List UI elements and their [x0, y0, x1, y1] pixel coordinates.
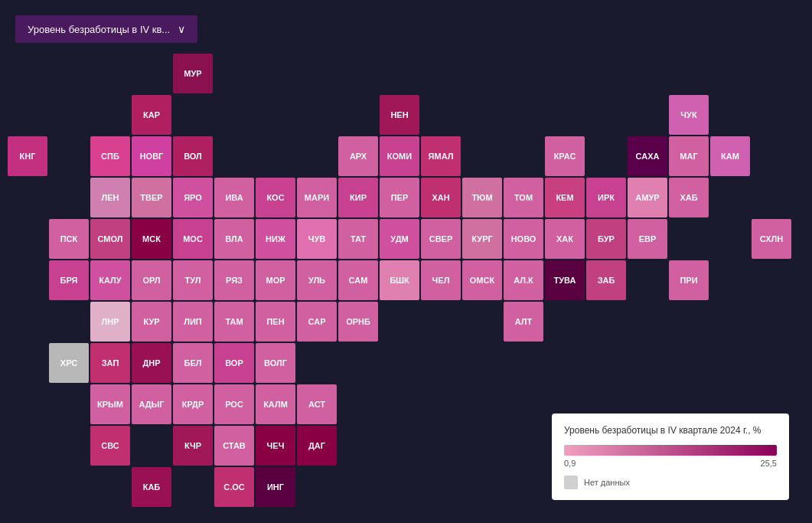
map-cell-СВЕР[interactable]: СВЕР	[421, 219, 461, 259]
map-cell-МОС[interactable]: МОС	[173, 219, 213, 259]
map-cell-ТУВА[interactable]: ТУВА	[545, 260, 585, 300]
map-cell-КОМИ[interactable]: КОМИ	[380, 136, 419, 176]
map-cell-ХАБ[interactable]: ХАБ	[669, 178, 709, 217]
map-cell-ЛНР[interactable]: ЛНР	[90, 302, 130, 342]
map-cell-ЗАП[interactable]: ЗАП	[90, 343, 130, 383]
map-cell-РЯЗ[interactable]: РЯЗ	[214, 260, 254, 300]
map-cell-КАЛМ[interactable]: КАЛМ	[256, 384, 295, 424]
map-cell-КУР[interactable]: КУР	[132, 302, 171, 342]
map-cell-АДЫГ[interactable]: АДЫГ	[132, 384, 171, 424]
map-cell-КЧР[interactable]: КЧР	[173, 426, 213, 466]
map-cell-КРАС[interactable]: КРАС	[545, 136, 585, 176]
map-cell-ПЕН[interactable]: ПЕН	[256, 302, 295, 342]
map-cell-ПЕР[interactable]: ПЕР	[380, 178, 419, 217]
map-cell-АЛТ[interactable]: АЛТ	[504, 302, 543, 342]
map-cell-РОС[interactable]: РОС	[214, 384, 254, 424]
map-cell-ЧУВ[interactable]: ЧУВ	[297, 219, 337, 259]
map-cell-КАР[interactable]: КАР	[132, 95, 171, 135]
legend-title: Уровень безработицы в IV квартале 2024 г…	[564, 424, 777, 437]
map-cell-АМУР[interactable]: АМУР	[628, 178, 667, 217]
map-cell-АЛ.К[interactable]: АЛ.К	[504, 260, 543, 300]
map-cell-КАЛУ[interactable]: КАЛУ	[90, 260, 130, 300]
map-cell-НЕН[interactable]: НЕН	[380, 95, 419, 135]
map-cell-МУР[interactable]: МУР	[173, 54, 213, 93]
map-cell-ОРНБ[interactable]: ОРНБ	[338, 302, 378, 342]
map-cell-СВС[interactable]: СВС	[90, 426, 130, 466]
map-cell-НОВО[interactable]: НОВО	[504, 219, 543, 259]
map-cell-МСК[interactable]: МСК	[132, 219, 171, 259]
map-cell-МАРИ[interactable]: МАРИ	[297, 178, 337, 217]
map-cell-МОР[interactable]: МОР	[256, 260, 295, 300]
map-cell-СХЛН[interactable]: СХЛН	[752, 219, 791, 259]
map-cell-ВЛА[interactable]: ВЛА	[214, 219, 254, 259]
map-cell-ЕВР[interactable]: ЕВР	[628, 219, 667, 259]
map-cell-ТОМ[interactable]: ТОМ	[504, 178, 543, 217]
map-cell-КРЫМ[interactable]: КРЫМ	[90, 384, 130, 424]
map-cell-НИЖ[interactable]: НИЖ	[256, 219, 295, 259]
map-cell-САМ[interactable]: САМ	[338, 260, 378, 300]
legend-max: 25,5	[761, 459, 777, 468]
map-cell-КОС[interactable]: КОС	[256, 178, 295, 217]
map-cell-ЧУК[interactable]: ЧУК	[669, 95, 709, 135]
map-cell-БРЯ[interactable]: БРЯ	[49, 260, 89, 300]
dropdown-button[interactable]: Уровень безработицы в IV кв... ∨	[15, 15, 197, 43]
map-cell-ПСК[interactable]: ПСК	[49, 219, 89, 259]
map-cell-КАМ[interactable]: КАМ	[710, 136, 750, 176]
map-cell-САХА[interactable]: САХА	[628, 136, 667, 176]
map-cell-БШК[interactable]: БШК	[380, 260, 419, 300]
map-cell-БУР[interactable]: БУР	[586, 219, 626, 259]
map-cell-ТАМ[interactable]: ТАМ	[214, 302, 254, 342]
map-cell-ХАН[interactable]: ХАН	[421, 178, 461, 217]
legend-no-data-label: Нет данных	[584, 478, 630, 487]
map-cell-ОМСК[interactable]: ОМСК	[462, 260, 502, 300]
map-cell-ТАТ[interactable]: ТАТ	[338, 219, 378, 259]
map-cell-ВОР[interactable]: ВОР	[214, 343, 254, 383]
map-cell-КАБ[interactable]: КАБ	[132, 467, 171, 507]
map-cell-ЗАБ[interactable]: ЗАБ	[586, 260, 626, 300]
map-cell-ВОЛ[interactable]: ВОЛ	[173, 136, 213, 176]
map-cell-НОВГ[interactable]: НОВГ	[132, 136, 171, 176]
map-cell-АРХ[interactable]: АРХ	[338, 136, 378, 176]
map-cell-ВОЛГ[interactable]: ВОЛГ	[256, 343, 295, 383]
legend-box: Уровень безработицы в IV квартале 2024 г…	[552, 413, 789, 500]
map-cell-ДНР[interactable]: ДНР	[132, 343, 171, 383]
map-cell-КНГ[interactable]: КНГ	[8, 136, 47, 176]
map-cell-ЯРО[interactable]: ЯРО	[173, 178, 213, 217]
legend-no-data: Нет данных	[564, 476, 777, 489]
map-cell-ТВЕР[interactable]: ТВЕР	[132, 178, 171, 217]
map-cell-КИР[interactable]: КИР	[338, 178, 378, 217]
legend-gradient	[564, 445, 777, 456]
legend-min: 0,9	[564, 459, 576, 468]
map-cell-ИВА[interactable]: ИВА	[214, 178, 254, 217]
map-cell-ХАК[interactable]: ХАК	[545, 219, 585, 259]
map-cell-ЛЕН[interactable]: ЛЕН	[90, 178, 130, 217]
map-cell-УЛЬ[interactable]: УЛЬ	[297, 260, 337, 300]
map-cell-ОРЛ[interactable]: ОРЛ	[132, 260, 171, 300]
map-cell-ЛИП[interactable]: ЛИП	[173, 302, 213, 342]
map-cell-ЧЕЧ[interactable]: ЧЕЧ	[256, 426, 295, 466]
map-cell-ТЮМ[interactable]: ТЮМ	[462, 178, 502, 217]
map-cell-АСТ[interactable]: АСТ	[297, 384, 337, 424]
legend-no-data-box	[564, 476, 578, 489]
map-cell-СПБ[interactable]: СПБ	[90, 136, 130, 176]
map-cell-ХРС[interactable]: ХРС	[49, 343, 89, 383]
map-cell-СМОЛ[interactable]: СМОЛ	[90, 219, 130, 259]
map-cell-ЧЕЛ[interactable]: ЧЕЛ	[421, 260, 461, 300]
map-cell-ДАГ[interactable]: ДАГ	[297, 426, 337, 466]
chevron-down-icon: ∨	[178, 23, 185, 35]
map-cell-С.ОС[interactable]: С.ОС	[214, 467, 254, 507]
dropdown-label: Уровень безработицы в IV кв...	[28, 24, 170, 35]
map-cell-МАГ[interactable]: МАГ	[669, 136, 709, 176]
map-cell-УДМ[interactable]: УДМ	[380, 219, 419, 259]
map-cell-КРДР[interactable]: КРДР	[173, 384, 213, 424]
map-cell-КУРГ[interactable]: КУРГ	[462, 219, 502, 259]
map-cell-ТУЛ[interactable]: ТУЛ	[173, 260, 213, 300]
map-cell-ПРИ[interactable]: ПРИ	[669, 260, 709, 300]
map-cell-БЕЛ[interactable]: БЕЛ	[173, 343, 213, 383]
map-cell-САР[interactable]: САР	[297, 302, 337, 342]
map-cell-КЕМ[interactable]: КЕМ	[545, 178, 585, 217]
map-cell-ИНГ[interactable]: ИНГ	[256, 467, 295, 507]
map-cell-СТАВ[interactable]: СТАВ	[214, 426, 254, 466]
map-cell-ЯМАЛ[interactable]: ЯМАЛ	[421, 136, 461, 176]
map-cell-ИРК[interactable]: ИРК	[586, 178, 626, 217]
